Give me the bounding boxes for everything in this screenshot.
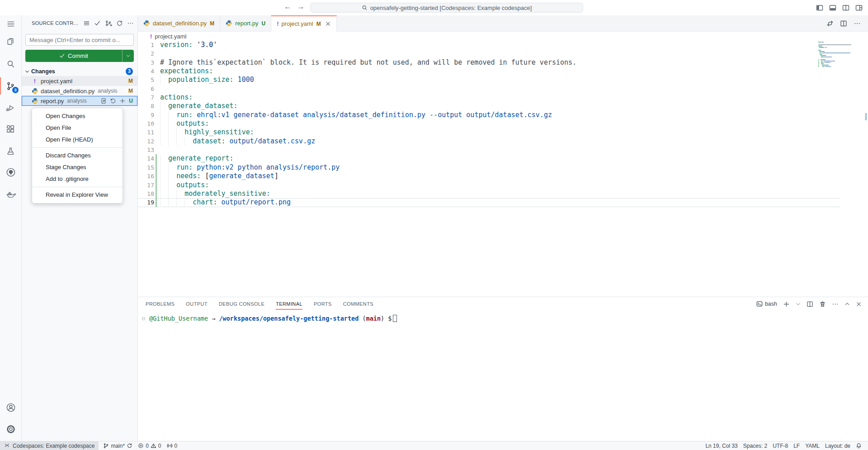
menu-item-discard-changes[interactable]: Discard Changes bbox=[32, 150, 123, 161]
code-line[interactable]: 14generate_report: bbox=[138, 154, 868, 163]
indentation[interactable]: Spaces: 2 bbox=[741, 441, 770, 450]
breadcrumb[interactable]: ! project.yaml bbox=[138, 32, 868, 41]
commit-check-icon[interactable] bbox=[94, 20, 101, 27]
settings-gear-icon[interactable] bbox=[0, 422, 21, 437]
code-line[interactable]: 2 bbox=[138, 49, 868, 58]
panel-tab-output[interactable]: OUTPUT bbox=[186, 297, 208, 311]
panel-tab-terminal[interactable]: TERMINAL bbox=[276, 297, 302, 311]
notifications-bell[interactable] bbox=[853, 441, 864, 450]
editor-tab-project.yaml[interactable]: !project.yamlM bbox=[271, 15, 336, 31]
language-mode[interactable]: YAML bbox=[802, 441, 822, 450]
code-line[interactable]: 15run: python:v2 python analysis/report.… bbox=[138, 163, 868, 172]
toggle-sidebar-icon[interactable] bbox=[816, 4, 823, 11]
nav-forward-icon[interactable]: → bbox=[297, 2, 305, 11]
commit-message-input[interactable] bbox=[25, 34, 134, 46]
menu-icon[interactable] bbox=[0, 16, 21, 32]
close-panel-icon[interactable] bbox=[856, 301, 862, 307]
terminal[interactable]: @GitHub_Username → /workspaces/opensafel… bbox=[138, 311, 868, 322]
command-center-search[interactable]: opensafely-getting-started [Codespaces: … bbox=[310, 3, 583, 13]
problems-status[interactable]: 0 0 bbox=[135, 441, 164, 450]
remote-icon bbox=[4, 443, 10, 449]
change-row-project.yaml[interactable]: !project.yamlM bbox=[22, 76, 137, 86]
line-number: 4 bbox=[138, 67, 154, 76]
code-line[interactable]: 5population_size: 1000 bbox=[138, 76, 868, 84]
stage-icon[interactable] bbox=[119, 98, 126, 104]
panel-tab-problems[interactable]: PROBLEMS bbox=[146, 297, 175, 311]
refresh-icon[interactable] bbox=[116, 20, 123, 27]
panel-tab-comments[interactable]: COMMENTS bbox=[343, 297, 373, 311]
close-icon[interactable] bbox=[325, 21, 331, 27]
docker-icon[interactable] bbox=[0, 187, 21, 202]
change-row-report.py[interactable]: report.pyanalysisU bbox=[22, 96, 137, 106]
python-icon bbox=[31, 98, 38, 104]
view-as-list-icon[interactable] bbox=[83, 20, 90, 27]
keyboard-layout[interactable]: Layout: de bbox=[822, 441, 853, 450]
split-terminal-icon[interactable] bbox=[807, 301, 813, 308]
search-icon[interactable] bbox=[0, 56, 21, 71]
toggle-panel-icon[interactable] bbox=[829, 4, 836, 11]
menu-item-open-file-head-[interactable]: Open File (HEAD) bbox=[32, 134, 123, 146]
code-line[interactable]: 16needs: [generate_dataset] bbox=[138, 172, 868, 180]
open-file-icon[interactable] bbox=[100, 98, 107, 104]
eol-sequence[interactable]: LF bbox=[791, 441, 802, 450]
code-line[interactable]: 7actions: bbox=[138, 93, 868, 102]
nav-back-icon[interactable]: ← bbox=[284, 2, 292, 11]
panel-tab-ports[interactable]: PORTS bbox=[314, 297, 332, 311]
create-branch-icon[interactable] bbox=[105, 20, 112, 27]
code-line[interactable]: 13 bbox=[138, 146, 868, 154]
changes-section-header[interactable]: Changes 3 bbox=[22, 67, 137, 76]
more-actions-icon[interactable] bbox=[854, 20, 861, 27]
run-debug-icon[interactable] bbox=[0, 100, 21, 115]
more-actions-icon[interactable] bbox=[127, 20, 134, 27]
code-line[interactable]: 4expectations: bbox=[138, 67, 868, 76]
kill-terminal-trash-icon[interactable] bbox=[819, 301, 826, 308]
extensions-icon[interactable] bbox=[0, 121, 21, 137]
cursor-position[interactable]: Ln 19, Col 33 bbox=[703, 441, 740, 450]
code-line[interactable]: 6 bbox=[138, 85, 868, 93]
menu-item-open-file[interactable]: Open File bbox=[32, 122, 123, 134]
ports-status[interactable]: 0 bbox=[164, 441, 180, 450]
change-row-dataset_definition.py[interactable]: dataset_definition.pyanalysisM bbox=[22, 86, 137, 96]
explorer-icon[interactable] bbox=[0, 33, 21, 49]
minimap[interactable] bbox=[818, 42, 862, 67]
menu-item-add-to-gitignore[interactable]: Add to .gitignore bbox=[32, 173, 123, 185]
code-line[interactable]: 12dataset: output/dataset.csv.gz bbox=[138, 137, 868, 146]
indent-guide bbox=[160, 163, 160, 172]
code-line[interactable]: 8generate_dataset: bbox=[138, 102, 868, 110]
new-terminal-icon[interactable] bbox=[783, 301, 790, 308]
terminal-shell-pill[interactable]: bash bbox=[756, 301, 777, 307]
code-line[interactable]: 19chart: output/report.png bbox=[138, 198, 868, 207]
code-line[interactable]: 3# Ignore this`expectation` block. It is… bbox=[138, 58, 868, 67]
code-line[interactable]: 17outputs: bbox=[138, 181, 868, 189]
github-icon[interactable] bbox=[0, 165, 21, 180]
encoding[interactable]: UTF-8 bbox=[770, 441, 791, 450]
editor-tab-dataset_definition.py[interactable]: dataset_definition.pyM bbox=[138, 15, 220, 31]
split-editor-icon[interactable] bbox=[842, 4, 849, 11]
maximize-panel-icon[interactable] bbox=[844, 301, 850, 307]
code-editor[interactable]: 1version: '3.0'23# Ignore this`expectati… bbox=[138, 41, 868, 297]
remote-indicator[interactable]: Codespaces: Example codespace bbox=[0, 441, 99, 450]
gutter bbox=[156, 85, 157, 93]
testing-flask-icon[interactable] bbox=[0, 143, 21, 159]
menu-item-open-changes[interactable]: Open Changes bbox=[32, 110, 123, 122]
source-control-icon[interactable]: 3 bbox=[0, 78, 21, 94]
menu-item-stage-changes[interactable]: Stage Changes bbox=[32, 161, 123, 173]
code-line[interactable]: 10outputs: bbox=[138, 119, 868, 128]
editor-tab-report.py[interactable]: report.pyU bbox=[220, 15, 271, 31]
discard-icon[interactable] bbox=[110, 98, 116, 104]
panel-tab-debug-console[interactable]: DEBUG CONSOLE bbox=[219, 297, 264, 311]
commit-button[interactable]: Commit bbox=[25, 50, 134, 62]
code-line[interactable]: 9run: ehrql:v1 generate-dataset analysis… bbox=[138, 111, 868, 119]
more-actions-icon[interactable] bbox=[832, 301, 839, 308]
code-line[interactable]: 11highly_sensitive: bbox=[138, 128, 868, 137]
code-line[interactable]: 1version: '3.0' bbox=[138, 41, 868, 49]
menu-item-reveal-in-explorer-view[interactable]: Reveal in Explorer View bbox=[32, 189, 123, 201]
split-editor-icon[interactable] bbox=[840, 20, 847, 27]
terminal-dropdown-icon[interactable] bbox=[796, 302, 801, 307]
code-line[interactable]: 18moderately_sensitive: bbox=[138, 189, 868, 198]
commit-dropdown[interactable] bbox=[122, 50, 134, 62]
customize-layout-icon[interactable] bbox=[855, 4, 863, 11]
branch-status[interactable]: main* bbox=[100, 441, 135, 450]
open-changes-icon[interactable] bbox=[826, 20, 834, 27]
account-icon[interactable] bbox=[0, 400, 21, 415]
